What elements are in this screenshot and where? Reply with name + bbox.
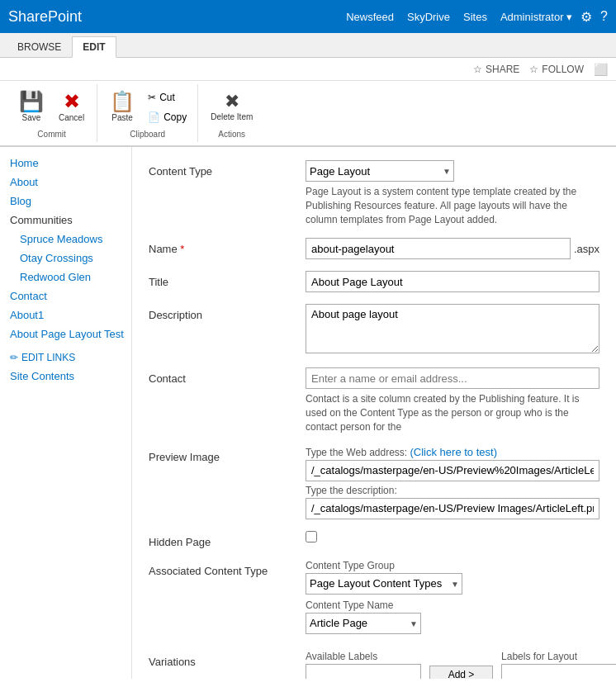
description-field: About page layout — [306, 304, 599, 356]
form-row-contact: Contact Contact is a site column created… — [149, 367, 599, 434]
paste-label: Paste — [111, 113, 133, 122]
follow-button[interactable]: ☆ FOLLOW — [529, 64, 584, 75]
paste-icon: 📋 — [110, 92, 135, 111]
copy-button[interactable]: 📄 Copy — [144, 108, 191, 126]
content-type-field: Page Layout Article Page Welcome Page ▼ … — [306, 160, 599, 226]
ribbon-group-commit: 💾 Save ✖ Cancel Commit — [7, 84, 97, 142]
name-label: Name * — [149, 238, 306, 255]
sidebar-edit-links[interactable]: ✏ EDIT LINKS — [0, 348, 131, 367]
available-labels-list[interactable] — [306, 664, 421, 679]
save-icon: 💾 — [19, 92, 44, 111]
form-row-title: Title — [149, 271, 599, 292]
description-label: Description — [149, 304, 306, 321]
variation-transfer-buttons: Add > < Remove — [429, 651, 493, 679]
paste-button[interactable]: 📋 Paste — [104, 88, 140, 126]
help-icon[interactable]: ? — [600, 9, 608, 24]
settings-icon[interactable]: ⚙ — [580, 9, 592, 25]
follow-label: FOLLOW — [542, 64, 584, 75]
sidebar-item-spruce[interactable]: Spruce Meadows — [0, 230, 131, 249]
preview-image-label: Preview Image — [149, 446, 306, 463]
assoc-content-type-field: Content Type Group Page Layout Content T… — [306, 560, 599, 639]
sidebar-item-about[interactable]: About — [0, 173, 131, 192]
title-field — [306, 271, 599, 292]
cut-label: Cut — [159, 92, 175, 103]
sidebar-item-redwood[interactable]: Redwood Glen — [0, 268, 131, 287]
admin-menu-button[interactable]: Administrator ▾ — [500, 11, 572, 23]
content-type-description: Page Layout is a system content type tem… — [306, 185, 599, 226]
add-button[interactable]: Add > — [429, 666, 493, 679]
nav-newsfeed[interactable]: Newsfeed — [346, 11, 394, 23]
ribbon-group-actions: ✖ Delete Item Actions — [198, 84, 265, 142]
description-input[interactable]: About page layout — [306, 304, 599, 353]
follow-icon: ☆ — [529, 64, 538, 75]
sidebar-item-about1[interactable]: About1 — [0, 306, 131, 325]
title-input[interactable] — [306, 271, 599, 292]
assoc-group-row: Content Type Group Page Layout Content T… — [306, 560, 599, 595]
cancel-button[interactable]: ✖ Cancel — [53, 88, 90, 126]
actions-buttons: ✖ Delete Item — [205, 88, 258, 126]
clipboard-buttons: 📋 Paste ✂ Cut 📄 Copy — [104, 88, 191, 126]
commit-group-label: Commit — [37, 130, 65, 139]
form-row-description: Description About page layout — [149, 304, 599, 356]
main-layout: Home About Blog Communities Spruce Meado… — [0, 147, 616, 679]
assoc-group-select-wrapper: Page Layout Content Types ▼ — [306, 573, 462, 595]
tab-browse[interactable]: BROWSE — [7, 36, 72, 57]
preview-desc-input[interactable] — [306, 498, 599, 519]
sidebar-item-abouttest[interactable]: About Page Layout Test — [0, 325, 131, 344]
delete-label: Delete Item — [211, 112, 253, 121]
cut-button[interactable]: ✂ Cut — [144, 88, 191, 107]
clipboard-small-buttons: ✂ Cut 📄 Copy — [144, 88, 191, 126]
form-row-content-type: Content Type Page Layout Article Page We… — [149, 160, 599, 226]
ribbon-group-clipboard: 📋 Paste ✂ Cut 📄 Copy Clipboard — [97, 84, 198, 142]
pencil-icon: ✏ — [10, 352, 18, 363]
preview-url-input[interactable] — [306, 460, 599, 481]
hidden-page-checkbox[interactable] — [306, 531, 317, 542]
labels-for-layout-label: Labels for Layout — [501, 651, 616, 662]
assoc-group-select[interactable]: Page Layout Content Types — [306, 573, 462, 595]
title-label: Title — [149, 271, 306, 288]
labels-for-layout-container: Labels for Layout — [501, 651, 616, 679]
delete-button[interactable]: ✖ Delete Item — [205, 88, 258, 126]
tab-edit[interactable]: EDIT — [72, 36, 116, 58]
sidebar-item-communities: Communities — [0, 211, 131, 230]
nav-sites[interactable]: Sites — [463, 11, 487, 23]
name-required-indicator: * — [180, 243, 184, 255]
contact-note: Contact is a site column created by the … — [306, 392, 599, 434]
save-button[interactable]: 💾 Save — [13, 88, 50, 126]
click-here-to-test-link[interactable]: (Click here to test) — [410, 446, 497, 458]
name-extension: .aspx — [574, 243, 599, 255]
hidden-page-checkbox-row — [306, 531, 599, 542]
labels-for-layout-list[interactable] — [501, 664, 616, 679]
share-button[interactable]: ☆ SHARE — [473, 64, 519, 75]
cut-icon: ✂ — [148, 92, 156, 103]
sidebar-item-site-contents[interactable]: Site Contents — [0, 367, 131, 386]
assoc-name-select[interactable]: Article Page — [306, 613, 421, 634]
contact-input[interactable] — [306, 367, 599, 389]
nav-links: Newsfeed SkyDrive Sites — [346, 11, 487, 23]
top-navigation: SharePoint Newsfeed SkyDrive Sites Admin… — [0, 0, 616, 33]
form-row-preview-image: Preview Image Type the Web address: (Cli… — [149, 446, 599, 519]
content-type-select[interactable]: Page Layout Article Page Welcome Page — [306, 160, 454, 182]
sidebar-item-contact[interactable]: Contact — [0, 287, 131, 306]
variations-label: Variations — [149, 651, 306, 668]
nav-skydrive[interactable]: SkyDrive — [407, 11, 450, 23]
cancel-label: Cancel — [59, 113, 84, 122]
form-row-associated-content-type: Associated Content Type Content Type Gro… — [149, 560, 599, 639]
sidebar-item-home[interactable]: Home — [0, 154, 131, 173]
name-input[interactable] — [306, 238, 571, 259]
save-label: Save — [22, 113, 41, 122]
assoc-name-row: Content Type Name Article Page ▼ — [306, 599, 599, 634]
minimize-button[interactable]: ⬜ — [594, 63, 608, 76]
contact-label: Contact — [149, 367, 306, 385]
form-row-hidden-page: Hidden Page — [149, 531, 599, 548]
sidebar-item-otay[interactable]: Otay Crossings — [0, 249, 131, 268]
name-field: .aspx — [306, 238, 599, 259]
name-input-row: .aspx — [306, 238, 599, 259]
hidden-page-field — [306, 531, 599, 542]
delete-icon: ✖ — [225, 92, 239, 111]
nav-right: Administrator ▾ ⚙ ? — [500, 9, 608, 25]
clipboard-group-label: Clipboard — [130, 130, 165, 139]
hidden-page-label: Hidden Page — [149, 531, 306, 548]
assoc-content-type-label: Associated Content Type — [149, 560, 306, 577]
sidebar-item-blog[interactable]: Blog — [0, 192, 131, 211]
